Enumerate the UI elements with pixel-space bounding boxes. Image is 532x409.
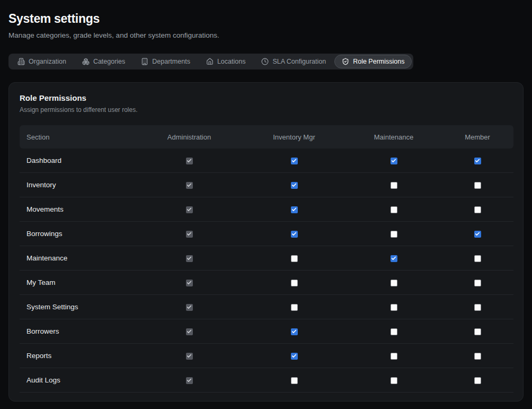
checkbox-dashboard-member[interactable] <box>474 158 481 164</box>
column-header-member: Member <box>441 125 513 149</box>
permission-cell <box>346 222 441 246</box>
checkbox-movements-maintenance[interactable] <box>391 206 397 213</box>
checkbox-my-team-administration <box>186 280 193 286</box>
permission-cell <box>346 319 441 344</box>
checkbox-borrowings-maintenance[interactable] <box>391 231 397 238</box>
section-label: Movements <box>20 197 136 222</box>
checkbox-maintenance-maintenance[interactable] <box>391 255 397 262</box>
permission-cell <box>441 295 513 319</box>
checkbox-inventory-member[interactable] <box>474 182 481 189</box>
panel-subtitle: Assign permissions to different user rol… <box>20 106 512 114</box>
building-icon <box>141 58 148 65</box>
permission-cell <box>242 197 346 222</box>
checkbox-reports-administration <box>186 353 193 360</box>
role-permissions-panel: Role Permissions Assign permissions to d… <box>8 82 524 402</box>
checkbox-movements-member[interactable] <box>474 206 481 213</box>
checkbox-my-team-inventory-mgr[interactable] <box>291 280 298 286</box>
table-row-borrowings: Borrowings <box>20 222 513 246</box>
tab-bar: OrganizationCategoriesDepartmentsLocatio… <box>8 54 413 69</box>
tab-sla-configuration[interactable]: SLA Configuration <box>254 55 333 68</box>
checkbox-borrowers-maintenance[interactable] <box>391 328 397 335</box>
building-2-icon <box>17 58 25 65</box>
permission-cell <box>136 222 242 246</box>
section-label: Inventory <box>20 173 136 197</box>
permission-cell <box>441 197 513 222</box>
permission-cell <box>136 344 242 368</box>
checkbox-inventory-inventory-mgr[interactable] <box>291 182 298 189</box>
permission-cell <box>441 149 513 173</box>
permission-cell <box>346 368 441 393</box>
permission-cell <box>136 319 242 344</box>
permission-cell <box>346 149 441 173</box>
clock-icon <box>261 58 269 65</box>
section-label: Dashboard <box>20 149 136 173</box>
panel-title: Role Permissions <box>20 93 512 102</box>
permission-cell <box>242 295 346 319</box>
tab-organization[interactable]: Organization <box>10 55 74 68</box>
permission-cell <box>136 246 242 271</box>
permission-cell <box>242 319 346 344</box>
tab-categories[interactable]: Categories <box>75 55 132 68</box>
section-label: Borrowers <box>20 319 136 344</box>
permission-cell <box>136 149 242 173</box>
checkbox-my-team-maintenance[interactable] <box>391 280 397 286</box>
checkbox-my-team-member[interactable] <box>474 280 481 286</box>
tab-label: Locations <box>217 58 246 65</box>
tab-role-permissions[interactable]: Role Permissions <box>334 55 412 68</box>
checkbox-audit-logs-inventory-mgr[interactable] <box>291 377 298 384</box>
column-header-inventory-mgr: Inventory Mgr <box>242 125 346 149</box>
permission-cell <box>441 271 513 295</box>
permission-cell <box>242 344 346 368</box>
checkbox-audit-logs-maintenance[interactable] <box>391 377 397 384</box>
permission-cell <box>242 271 346 295</box>
section-label: Audit Logs <box>20 368 136 393</box>
tab-departments[interactable]: Departments <box>134 55 198 68</box>
checkbox-borrowings-member[interactable] <box>474 231 481 238</box>
checkbox-dashboard-maintenance[interactable] <box>391 158 397 164</box>
table-row-dashboard: Dashboard <box>20 149 513 173</box>
checkbox-system-settings-maintenance[interactable] <box>391 304 397 311</box>
permission-cell <box>346 197 441 222</box>
page-subtitle: Manage categories, grade levels, and oth… <box>8 31 524 39</box>
permission-cell <box>441 319 513 344</box>
permission-cell <box>346 295 441 319</box>
table-header-row: SectionAdministrationInventory MgrMainte… <box>20 125 513 149</box>
checkbox-audit-logs-administration <box>186 377 193 384</box>
tab-label: Role Permissions <box>353 58 404 65</box>
tab-label: Departments <box>152 58 190 65</box>
table-row-audit-logs: Audit Logs <box>20 368 513 393</box>
checkbox-maintenance-member[interactable] <box>474 255 481 262</box>
permission-cell <box>346 246 441 271</box>
section-label: Maintenance <box>20 246 136 271</box>
tab-locations[interactable]: Locations <box>199 55 253 68</box>
permission-cell <box>242 246 346 271</box>
section-label: Reports <box>20 344 136 368</box>
checkbox-dashboard-administration <box>186 158 193 164</box>
permission-cell <box>346 344 441 368</box>
checkbox-borrowers-member[interactable] <box>474 328 481 335</box>
checkbox-reports-inventory-mgr[interactable] <box>291 353 298 360</box>
table-row-system-settings: System Settings <box>20 295 513 319</box>
checkbox-reports-member[interactable] <box>474 353 481 360</box>
checkbox-borrowings-administration <box>186 231 193 238</box>
checkbox-inventory-administration <box>186 182 193 189</box>
checkbox-dashboard-inventory-mgr[interactable] <box>291 158 298 164</box>
permission-cell <box>242 222 346 246</box>
table-row-maintenance: Maintenance <box>20 246 513 271</box>
permission-cell <box>242 368 346 393</box>
checkbox-audit-logs-member[interactable] <box>474 377 481 384</box>
checkbox-system-settings-member[interactable] <box>474 304 481 311</box>
checkbox-reports-maintenance[interactable] <box>391 353 397 360</box>
permission-cell <box>136 368 242 393</box>
section-label: Borrowings <box>20 222 136 246</box>
checkbox-movements-administration <box>186 206 193 213</box>
checkbox-inventory-maintenance[interactable] <box>391 182 397 189</box>
checkbox-movements-inventory-mgr[interactable] <box>291 206 298 213</box>
checkbox-maintenance-inventory-mgr[interactable] <box>291 255 298 262</box>
column-header-maintenance: Maintenance <box>346 125 441 149</box>
checkbox-borrowers-inventory-mgr[interactable] <box>291 328 298 335</box>
checkbox-maintenance-administration <box>186 255 193 262</box>
permission-cell <box>346 271 441 295</box>
checkbox-borrowings-inventory-mgr[interactable] <box>291 231 298 238</box>
checkbox-system-settings-inventory-mgr[interactable] <box>291 304 298 311</box>
